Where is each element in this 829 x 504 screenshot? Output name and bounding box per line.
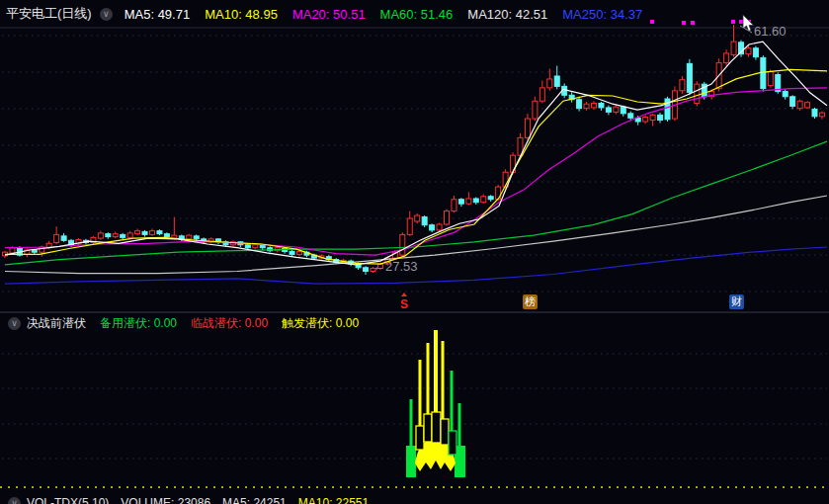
ma-legend-item-5: MA250: 34.37 [562, 7, 642, 22]
finance-badge[interactable]: 财 [729, 294, 744, 309]
ma-legend-item-4: MA120: 42.51 [467, 7, 547, 22]
rank-badge[interactable]: 榜 [523, 294, 538, 309]
ma-legend-item-0: MA5: 49.71 [124, 7, 191, 22]
chart-canvas: S [0, 0, 829, 504]
sub-legend-item-0: 备用潜伏: 0.00 [100, 315, 177, 332]
vol-legend-item-1: VOLUME: 23086 [121, 496, 210, 504]
collapse-chevron-icon[interactable]: ∨ [8, 497, 21, 504]
symbol-title: 平安电工(日线) [6, 5, 92, 23]
ma-line-MA20 [5, 88, 827, 255]
trading-app-screen: S 平安电工(日线) ∨ MA5: 49.71MA10: 48.95MA20: … [0, 0, 829, 504]
sub-legend-item-2: 触发潜伏: 0.00 [282, 315, 359, 332]
ma-legend-item-1: MA10: 48.95 [205, 7, 278, 22]
sub-indicator-legend: 备用潜伏: 0.00临战潜伏: 0.00触发潜伏: 0.00 [100, 315, 359, 332]
price-label-high: 61.60 [754, 24, 787, 39]
volume-header: ∨ VOL-TDX(5,10)VOLUME: 23086MA5: 24251MA… [0, 495, 829, 504]
vol-legend-item-3: MA10: 22551 [298, 496, 369, 504]
ma-line-MA5 [5, 42, 827, 265]
s-marker: S [400, 293, 408, 311]
price-label-low: ←27.53 [373, 259, 418, 274]
candlesticks [3, 25, 825, 275]
chart-header: 平安电工(日线) ∨ MA5: 49.71MA10: 48.95MA20: 50… [0, 0, 829, 28]
sub-indicator-bars [406, 330, 465, 477]
svg-text:S: S [400, 297, 408, 311]
volume-legend: VOL-TDX(5,10)VOLUME: 23086MA5: 24251MA10… [27, 496, 369, 504]
mouse-cursor-icon [742, 15, 758, 35]
vol-legend-item-2: MA5: 24251 [222, 496, 287, 504]
collapse-chevron-icon[interactable]: ∨ [8, 317, 21, 330]
ma-lines [5, 42, 827, 284]
ma-legend-item-3: MA60: 51.46 [380, 7, 454, 22]
sub-legend-item-1: 临战潜伏: 0.00 [191, 315, 268, 332]
ma-legend-item-2: MA20: 50.51 [292, 7, 366, 22]
ma-legend: MA5: 49.71MA10: 48.95MA20: 50.51MA60: 51… [124, 7, 643, 22]
sub-indicator-header: ∨ 决战前潜伏 备用潜伏: 0.00临战潜伏: 0.00触发潜伏: 0.00 [0, 314, 829, 332]
ma-line-MA60 [5, 141, 827, 265]
sub-indicator-title: 决战前潜伏 [27, 315, 86, 332]
collapse-chevron-icon[interactable]: ∨ [100, 8, 113, 21]
vol-legend-item-0: VOL-TDX(5,10) [27, 496, 109, 504]
